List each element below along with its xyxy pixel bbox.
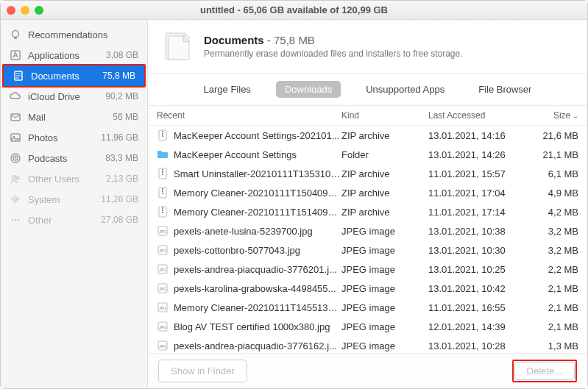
svg-text:JPG: JPG xyxy=(159,325,166,329)
sidebar-item-mail[interactable]: Mail56 MB xyxy=(1,107,147,127)
show-in-finder-button[interactable]: Show in Finder xyxy=(158,360,247,382)
tab-file-browser[interactable]: File Browser xyxy=(470,81,540,98)
sidebar-item-label: Documents xyxy=(31,71,96,82)
table-row[interactable]: Smart Uninstaller-20210111T135310Z...ZIP… xyxy=(148,164,587,183)
sidebar: RecommendationsApplications3,08 GBDocume… xyxy=(1,20,148,388)
header-title-text: Documents xyxy=(204,34,264,46)
zip-icon xyxy=(157,206,169,218)
zoom-icon[interactable] xyxy=(35,6,43,15)
svg-text:JPG: JPG xyxy=(159,306,166,310)
doc-icon xyxy=(13,70,24,82)
svg-point-12 xyxy=(15,157,16,159)
minimize-icon[interactable] xyxy=(21,6,29,15)
close-icon[interactable] xyxy=(7,6,15,15)
file-name: Memory Cleaner-20210111T145513Z-... xyxy=(174,302,341,313)
jpg-icon: JPG xyxy=(157,321,169,332)
mail-icon xyxy=(10,111,21,123)
sidebar-item-size: 27,08 GB xyxy=(101,215,138,225)
svg-rect-36 xyxy=(162,212,163,213)
sidebar-item-other-users[interactable]: Other Users2,13 GB xyxy=(1,168,147,189)
sidebar-item-documents[interactable]: Documents75,8 MB xyxy=(4,65,144,86)
svg-text:JPG: JPG xyxy=(159,344,166,349)
svg-text:JPG: JPG xyxy=(159,249,166,253)
svg-point-0 xyxy=(13,31,19,38)
delete-button[interactable]: Delete... xyxy=(514,362,575,380)
zip-icon xyxy=(157,129,169,141)
window-controls xyxy=(7,6,43,15)
tab-downloads[interactable]: Downloads xyxy=(276,81,341,98)
photo-icon xyxy=(10,132,21,143)
header-title: Documents - 75,8 MB xyxy=(204,34,463,46)
file-date: 13.01.2021, 10:28 xyxy=(428,340,525,351)
file-name: pexels-karolina-grabowska-4498455... xyxy=(174,283,341,294)
svg-rect-22 xyxy=(162,131,163,132)
tab-unsupported-apps[interactable]: Unsupported Apps xyxy=(357,81,453,98)
header-size: - 75,8 MB xyxy=(264,34,315,46)
file-date: 13.01.2021, 10:25 xyxy=(428,264,525,275)
sidebar-item-label: System xyxy=(28,194,94,205)
file-size: 1,3 MB xyxy=(525,340,578,351)
jpg-icon: JPG xyxy=(157,301,169,313)
file-kind: ZIP archive xyxy=(341,130,428,141)
table-row[interactable]: JPGpexels-anete-lusina-5239700.jpgJPEG i… xyxy=(148,221,587,240)
col-recent[interactable]: Recent xyxy=(157,110,341,121)
folder-icon xyxy=(157,149,169,160)
main-panel: Documents - 75,8 MB Permanently erase do… xyxy=(148,20,587,388)
col-kind[interactable]: Kind xyxy=(341,110,428,121)
file-kind: JPEG image xyxy=(341,264,428,275)
file-kind: JPEG image xyxy=(341,226,428,237)
sidebar-item-recommendations[interactable]: Recommendations xyxy=(1,24,147,45)
sidebar-item-applications[interactable]: Applications3,08 GB xyxy=(1,45,147,65)
sidebar-item-podcasts[interactable]: Podcasts83,3 MB xyxy=(1,148,147,168)
file-name: Memory Cleaner-20210111T150409Z-... xyxy=(174,188,341,199)
table-row[interactable]: MacKeeper Account Settings-202101...ZIP … xyxy=(148,126,587,145)
file-size: 2,1 MB xyxy=(525,283,578,294)
file-date: 12.01.2021, 14:39 xyxy=(428,321,525,332)
jpg-icon: JPG xyxy=(157,225,169,237)
svg-text:JPG: JPG xyxy=(159,229,166,234)
svg-rect-30 xyxy=(162,188,163,190)
table-row[interactable]: JPGBlog AV TEST certified 1000x380.jpgJP… xyxy=(148,317,587,336)
col-size[interactable]: Size xyxy=(525,110,578,121)
svg-text:JPG: JPG xyxy=(159,287,166,291)
category-header: Documents - 75,8 MB Permanently erase do… xyxy=(148,20,587,74)
file-date: 13.01.2021, 10:42 xyxy=(428,283,525,294)
svg-rect-31 xyxy=(162,190,163,192)
sidebar-item-label: iCloud Drive xyxy=(28,91,99,102)
sidebar-item-other[interactable]: Other27,08 GB xyxy=(1,210,147,230)
table-row[interactable]: Memory Cleaner-20210111T150409Z-...ZIP a… xyxy=(148,183,587,202)
svg-rect-27 xyxy=(162,171,163,173)
file-name: pexels-cottonbro-5077043.jpg xyxy=(174,245,341,256)
table-row[interactable]: JPGpexels-andrea-piacquadio-3776201.j...… xyxy=(148,260,587,279)
sidebar-item-size: 56 MB xyxy=(113,112,138,122)
svg-point-18 xyxy=(18,219,20,221)
file-size: 21,6 MB xyxy=(525,130,578,141)
sidebar-item-size: 75,8 MB xyxy=(102,71,135,81)
file-date: 11.01.2021, 16:55 xyxy=(428,302,525,313)
file-date: 11.01.2021, 17:04 xyxy=(428,188,525,199)
sidebar-item-photos[interactable]: Photos11,96 GB xyxy=(1,127,147,148)
table-row[interactable]: JPGMemory Cleaner-20210111T145513Z-...JP… xyxy=(148,298,587,317)
svg-text:JPG: JPG xyxy=(159,268,166,272)
sidebar-item-icloud-drive[interactable]: iCloud Drive90,2 MB xyxy=(1,86,147,107)
svg-point-17 xyxy=(15,219,17,221)
jpg-icon: JPG xyxy=(157,340,169,351)
svg-rect-26 xyxy=(162,169,163,171)
tab-large-files[interactable]: Large Files xyxy=(195,81,260,98)
svg-rect-28 xyxy=(162,174,163,175)
table-row[interactable]: JPGpexels-karolina-grabowska-4498455...J… xyxy=(148,279,587,298)
svg-rect-23 xyxy=(162,133,163,135)
file-date: 13.01.2021, 14:16 xyxy=(428,130,525,141)
sidebar-item-label: Other Users xyxy=(28,174,99,185)
sidebar-item-label: Podcasts xyxy=(28,153,99,164)
file-kind: JPEG image xyxy=(341,321,428,332)
col-last-accessed[interactable]: Last Accessed xyxy=(428,110,525,121)
file-kind: ZIP archive xyxy=(341,207,428,218)
sidebar-item-system[interactable]: System11,26 GB xyxy=(1,189,147,210)
table-row[interactable]: JPGpexels-andrea-piacquadio-3776162.j...… xyxy=(148,336,587,353)
table-row[interactable]: MacKeeper Account SettingsFolder13.01.20… xyxy=(148,145,587,164)
table-row[interactable]: Memory Cleaner-20210111T151409Z-...ZIP a… xyxy=(148,202,587,221)
table-row[interactable]: JPGpexels-cottonbro-5077043.jpgJPEG imag… xyxy=(148,240,587,260)
file-list: MacKeeper Account Settings-202101...ZIP … xyxy=(148,126,587,353)
titlebar: untitled - 65,06 GB available of 120,99 … xyxy=(1,1,587,20)
